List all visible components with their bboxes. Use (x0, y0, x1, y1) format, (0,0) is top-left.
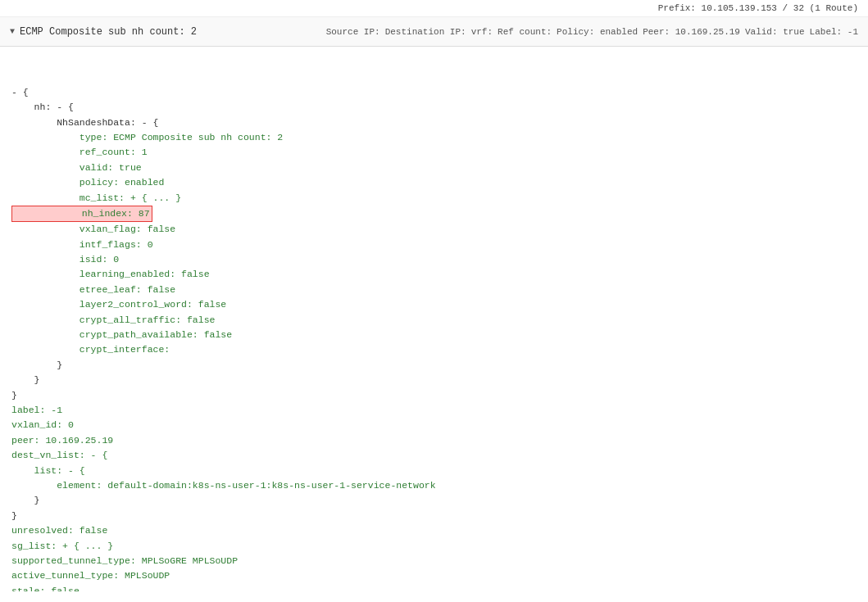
code-line: vxlan_flag: false (11, 222, 857, 237)
code-line: active_tunnel_type: MPLSoUDP (11, 568, 857, 583)
code-line: intf_flags: 0 (11, 238, 857, 252)
destination-ip-label: Destination IP: (385, 27, 466, 37)
source-ip-label: Source IP: (326, 27, 380, 37)
code-line: type: ECMP Composite sub nh count: 2 (11, 130, 857, 145)
code-line: crypt_path_available: false (11, 328, 857, 342)
code-block: - { nh: - { NhSandeshData: - { type: ECM… (11, 55, 857, 591)
code-line: mc_list: + { ... } (11, 191, 857, 206)
code-line: unresolved: false (11, 523, 857, 538)
header-left: ▼ ECMP Composite sub nh count: 2 (10, 26, 197, 38)
code-line: element: default-domain:k8s-ns-user-1:k8… (11, 478, 857, 493)
valid-label: Valid: true (745, 27, 805, 37)
code-line: } (11, 509, 857, 523)
code-line: learning_enabled: false (11, 267, 857, 282)
code-line: dest_vn_list: - { (11, 448, 857, 463)
code-line: sg_list: + { ... } (11, 539, 857, 554)
code-line: crypt_all_traffic: false (11, 313, 857, 328)
code-line: policy: enabled (11, 175, 857, 190)
code-line: layer2_control_word: false (11, 297, 857, 312)
peer-label: Peer: 10.169.25.19 (643, 27, 740, 37)
code-line: label: -1 (11, 403, 857, 418)
code-line: } (11, 373, 857, 387)
code-line: peer: 10.169.25.19 (11, 433, 857, 448)
code-line: isid: 0 (11, 252, 857, 267)
code-line: stale: false (11, 584, 857, 591)
code-line: ref_count: 1 (11, 145, 857, 160)
code-line: list: - { (11, 464, 857, 478)
header-bar: ▼ ECMP Composite sub nh count: 2 Source … (0, 17, 868, 47)
code-line: vxlan_id: 0 (11, 418, 857, 432)
code-line: valid: true (11, 161, 857, 175)
label-label: Label: -1 (810, 27, 858, 37)
ref-count-label: Ref count: (498, 27, 552, 37)
code-line: supported_tunnel_type: MPLSoGRE MPLSoUDP (11, 554, 857, 568)
prefix-bar: Prefix: 10.105.139.153 / 32 (1 Route) (0, 0, 868, 17)
header-title: ECMP Composite sub nh count: 2 (20, 26, 197, 38)
prefix-text: Prefix: 10.105.139.153 / 32 (1 Route) (658, 3, 858, 13)
policy-label: Policy: enabled (557, 27, 638, 37)
code-line: etree_leaf: false (11, 283, 857, 297)
vrf-label: vrf: (471, 27, 493, 37)
code-line: } (11, 358, 857, 373)
content-area: - { nh: - { NhSandeshData: - { type: ECM… (0, 47, 868, 591)
header-right: Source IP: Destination IP: vrf: Ref coun… (326, 27, 858, 37)
expand-icon[interactable]: ▼ (10, 27, 15, 36)
code-line: } (11, 388, 857, 403)
code-line: nh_index: 87 (11, 206, 857, 222)
code-line: - { (11, 85, 857, 100)
code-line: crypt_interface: (11, 342, 857, 357)
code-line: } (11, 493, 857, 508)
code-line: nh: - { (11, 100, 857, 115)
code-line: NhSandeshData: - { (11, 115, 857, 130)
